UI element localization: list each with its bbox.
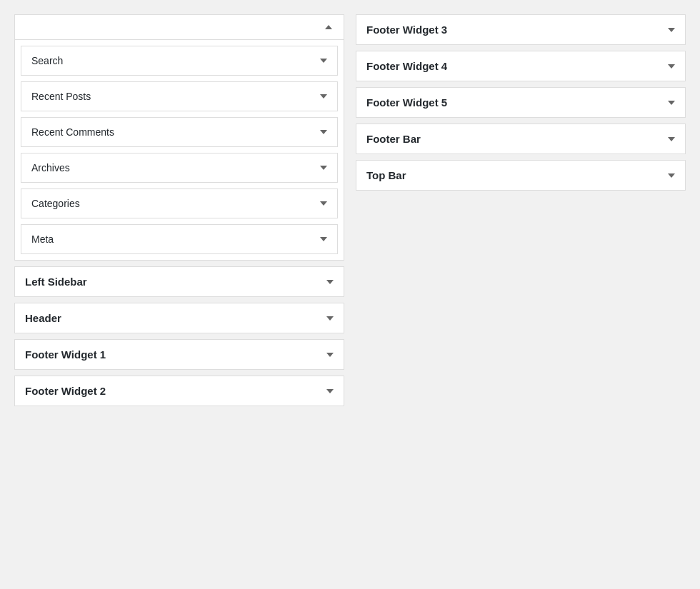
- panel-header-footer-widget-2[interactable]: Footer Widget 2: [15, 376, 344, 406]
- panel-title-left-sidebar: Left Sidebar: [25, 276, 87, 288]
- panel-footer-widget-3: Footer Widget 3: [356, 14, 686, 45]
- chevron-down-icon-left-sidebar: [326, 280, 334, 284]
- child-panel-recent-comments: Recent Comments: [21, 117, 338, 147]
- chevron-down-icon-footer-widget-2: [326, 389, 334, 393]
- chevron-down-icon-recent-comments: [320, 130, 327, 134]
- panel-left-sidebar: Left Sidebar: [14, 266, 344, 297]
- panel-title-footer-widget-3: Footer Widget 3: [366, 24, 447, 36]
- panel-header-footer-widget-5[interactable]: Footer Widget 5: [356, 88, 685, 117]
- chevron-down-icon-header: [326, 316, 334, 321]
- panel-header-footer-widget-3[interactable]: Footer Widget 3: [356, 15, 685, 44]
- panel-title-footer-widget-1: Footer Widget 1: [25, 348, 106, 361]
- panel-title-header: Header: [25, 312, 61, 324]
- chevron-down-icon-footer-widget-1: [326, 353, 334, 357]
- chevron-down-icon-footer-bar: [668, 137, 675, 141]
- left-column: Search Recent Posts Recent Comments Arch…: [14, 14, 344, 406]
- right-sidebar-chevron-up-icon: [325, 25, 332, 29]
- child-panel-label-recent-comments: Recent Comments: [31, 126, 114, 138]
- child-panel-header-recent-comments[interactable]: Recent Comments: [21, 118, 337, 146]
- panel-title-top-bar: Top Bar: [366, 169, 406, 181]
- page-container: Search Recent Posts Recent Comments Arch…: [0, 0, 700, 421]
- child-panel-categories: Categories: [21, 188, 338, 218]
- chevron-down-icon-footer-widget-4: [668, 64, 675, 69]
- panel-title-footer-widget-4: Footer Widget 4: [366, 60, 447, 72]
- right-sidebar-header[interactable]: [15, 15, 344, 40]
- chevron-down-icon-archives: [320, 166, 327, 170]
- child-panel-header-meta[interactable]: Meta: [21, 225, 337, 253]
- child-panel-label-recent-posts: Recent Posts: [31, 91, 91, 102]
- panel-title-footer-bar: Footer Bar: [366, 133, 421, 145]
- chevron-down-icon-top-bar: [668, 173, 675, 178]
- right-sidebar-children: Search Recent Posts Recent Comments Arch…: [15, 40, 344, 260]
- panel-footer-widget-1: Footer Widget 1: [14, 339, 344, 370]
- chevron-down-icon-categories: [320, 201, 327, 206]
- panel-footer-widget-5: Footer Widget 5: [356, 87, 686, 118]
- chevron-down-icon-search: [320, 59, 327, 63]
- panel-header: Header: [14, 303, 344, 333]
- panel-header-footer-bar[interactable]: Footer Bar: [356, 124, 685, 153]
- panel-header-footer-widget-4[interactable]: Footer Widget 4: [356, 51, 685, 81]
- child-panel-recent-posts: Recent Posts: [21, 81, 338, 111]
- panel-title-footer-widget-2: Footer Widget 2: [25, 385, 106, 397]
- child-panel-header-archives[interactable]: Archives: [21, 153, 337, 182]
- panel-header-left-sidebar[interactable]: Left Sidebar: [15, 267, 344, 296]
- child-panel-header-categories[interactable]: Categories: [21, 189, 337, 218]
- child-panel-label-archives: Archives: [31, 162, 70, 173]
- child-panel-label-categories: Categories: [31, 198, 80, 209]
- panel-header-top-bar[interactable]: Top Bar: [356, 161, 685, 190]
- child-panel-meta: Meta: [21, 224, 338, 254]
- chevron-down-icon-meta: [320, 237, 327, 241]
- chevron-down-icon-recent-posts: [320, 94, 327, 99]
- chevron-down-icon-footer-widget-3: [668, 28, 675, 32]
- panel-header-footer-widget-1[interactable]: Footer Widget 1: [15, 340, 344, 369]
- chevron-down-icon-footer-widget-5: [668, 101, 675, 105]
- child-panel-label-meta: Meta: [31, 233, 54, 245]
- child-panel-header-recent-posts[interactable]: Recent Posts: [21, 82, 337, 111]
- child-panel-label-search: Search: [31, 55, 63, 66]
- panel-footer-bar: Footer Bar: [356, 124, 686, 154]
- left-other-panels: Left Sidebar Header Footer Widget 1 Foot…: [14, 266, 344, 406]
- panel-footer-widget-2: Footer Widget 2: [14, 376, 344, 406]
- child-panel-archives: Archives: [21, 153, 338, 183]
- right-sidebar-panel: Search Recent Posts Recent Comments Arch…: [14, 14, 344, 261]
- right-column: Footer Widget 3 Footer Widget 4 Footer W…: [356, 14, 686, 406]
- panel-title-footer-widget-5: Footer Widget 5: [366, 96, 447, 109]
- panel-top-bar: Top Bar: [356, 160, 686, 191]
- child-panel-search: Search: [21, 46, 338, 76]
- panel-header-header[interactable]: Header: [15, 303, 344, 333]
- child-panel-header-search[interactable]: Search: [21, 46, 337, 75]
- panel-footer-widget-4: Footer Widget 4: [356, 51, 686, 81]
